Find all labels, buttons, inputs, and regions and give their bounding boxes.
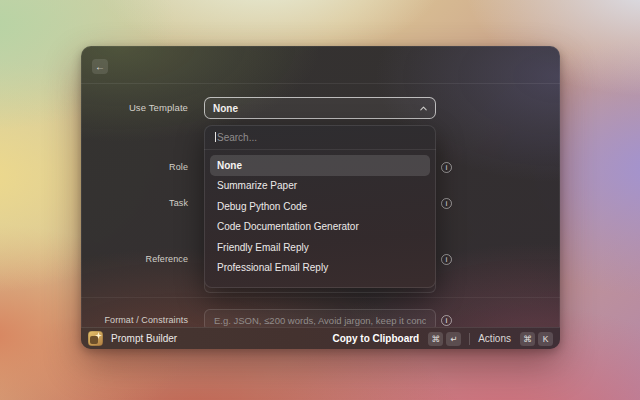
footer-separator: [469, 333, 470, 345]
command-key-icon: ⌘: [428, 332, 443, 346]
footer-app-title: Prompt Builder: [111, 333, 177, 344]
format-info-icon[interactable]: i: [441, 315, 452, 326]
template-option[interactable]: Professional Email Reply: [210, 258, 430, 279]
text-cursor: [215, 132, 216, 142]
back-button[interactable]: ←: [92, 59, 108, 74]
use-template-value: None: [213, 103, 238, 114]
back-icon: ←: [95, 59, 105, 74]
footer-bar: Prompt Builder Copy to Clipboard ⌘ ↵ Act…: [81, 327, 560, 349]
reference-info-icon[interactable]: i: [441, 254, 452, 265]
template-option-label: None: [217, 160, 242, 171]
template-option[interactable]: None: [210, 155, 430, 176]
section-divider: [81, 297, 560, 298]
chevron-up-icon: [420, 106, 427, 111]
copy-to-clipboard-label: Copy to Clipboard: [333, 333, 420, 344]
footer-actions: Copy to Clipboard ⌘ ↵ Actions ⌘ K: [333, 332, 553, 346]
command-key-icon: ⌘: [520, 332, 535, 346]
copy-to-clipboard-action[interactable]: Copy to Clipboard ⌘ ↵: [333, 332, 462, 346]
prompt-builder-app-icon: [88, 331, 103, 346]
task-info-icon[interactable]: i: [441, 198, 452, 209]
use-template-select[interactable]: None: [204, 97, 436, 119]
task-label: Task: [81, 198, 188, 209]
actions-menu-button[interactable]: Actions ⌘ K: [478, 332, 553, 346]
template-option-label: Debug Python Code: [217, 201, 307, 212]
reference-label: Reference: [81, 254, 188, 265]
dropdown-search[interactable]: [204, 125, 436, 149]
template-option[interactable]: Code Documentation Generator: [210, 217, 430, 238]
template-option[interactable]: Friendly Email Reply: [210, 237, 430, 258]
use-template-label: Use Template: [81, 102, 188, 113]
template-option[interactable]: Debug Python Code: [210, 196, 430, 217]
template-option-label: Friendly Email Reply: [217, 242, 309, 253]
role-label: Role: [81, 162, 188, 173]
format-constraints-label: Format / Constraints: [81, 315, 188, 326]
template-option-list: None Summarize Paper Debug Python Code C…: [204, 150, 436, 284]
header-divider: [81, 83, 560, 84]
actions-label: Actions: [478, 333, 511, 344]
template-option-label: Professional Email Reply: [217, 262, 328, 273]
template-option[interactable]: Summarize Paper: [210, 176, 430, 197]
dropdown-search-input[interactable]: [204, 125, 436, 149]
role-info-icon[interactable]: i: [441, 162, 452, 173]
k-key-icon: K: [538, 332, 553, 346]
template-option-label: Summarize Paper: [217, 180, 297, 191]
prompt-builder-window: ← Use Template None None Summarize Paper: [81, 46, 560, 349]
template-dropdown: None Summarize Paper Debug Python Code C…: [204, 125, 436, 288]
desktop-background: ← Use Template None None Summarize Paper: [0, 0, 640, 400]
template-option-label: Code Documentation Generator: [217, 221, 359, 232]
return-key-icon: ↵: [446, 332, 461, 346]
sparkle-icon: [95, 332, 102, 339]
